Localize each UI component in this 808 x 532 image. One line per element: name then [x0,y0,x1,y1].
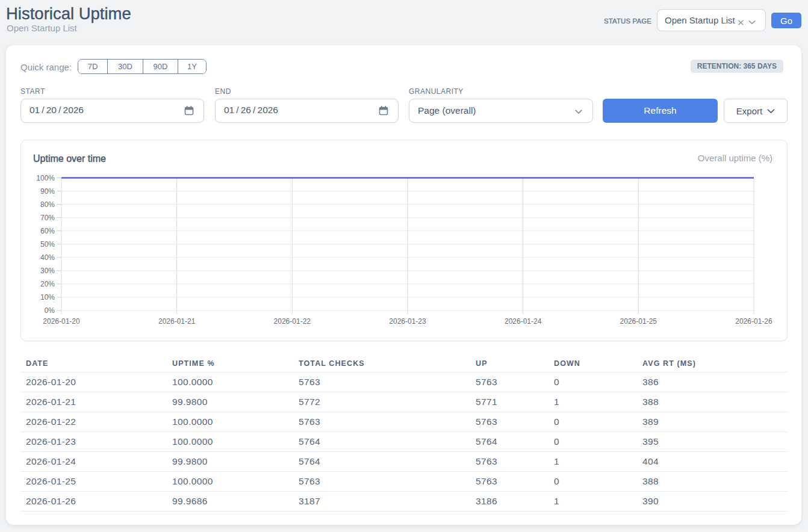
svg-text:2026-01-23: 2026-01-23 [389,317,426,326]
svg-text:40%: 40% [40,253,55,262]
svg-text:20%: 20% [40,280,55,288]
svg-text:2026-01-22: 2026-01-22 [274,317,311,326]
svg-text:2026-01-20: 2026-01-20 [43,317,80,326]
svg-text:60%: 60% [40,227,55,235]
svg-text:70%: 70% [40,214,55,222]
svg-text:50%: 50% [40,240,55,249]
svg-text:2026-01-25: 2026-01-25 [620,317,657,326]
svg-text:30%: 30% [40,267,55,275]
svg-text:2026-01-26: 2026-01-26 [735,317,772,326]
svg-text:90%: 90% [40,187,55,196]
svg-text:80%: 80% [40,200,55,209]
svg-text:2026-01-24: 2026-01-24 [505,317,542,326]
svg-text:10%: 10% [40,293,55,302]
svg-text:2026-01-21: 2026-01-21 [158,317,196,326]
svg-text:0%: 0% [45,306,55,315]
svg-text:100%: 100% [36,174,55,182]
